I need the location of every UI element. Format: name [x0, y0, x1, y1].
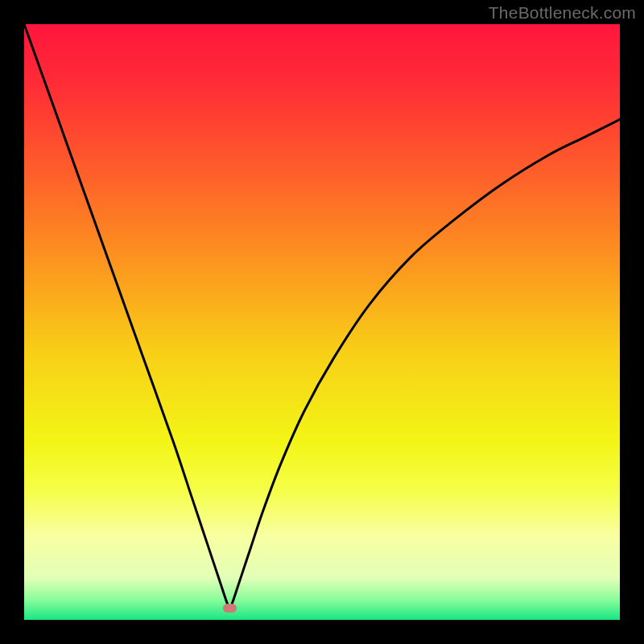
- plot-area: [24, 24, 620, 620]
- gradient-background: [24, 24, 620, 620]
- chart-frame: TheBottleneck.com: [0, 0, 644, 644]
- watermark-text: TheBottleneck.com: [489, 3, 636, 23]
- optimal-point-marker: [223, 604, 237, 613]
- chart-svg: [24, 24, 620, 620]
